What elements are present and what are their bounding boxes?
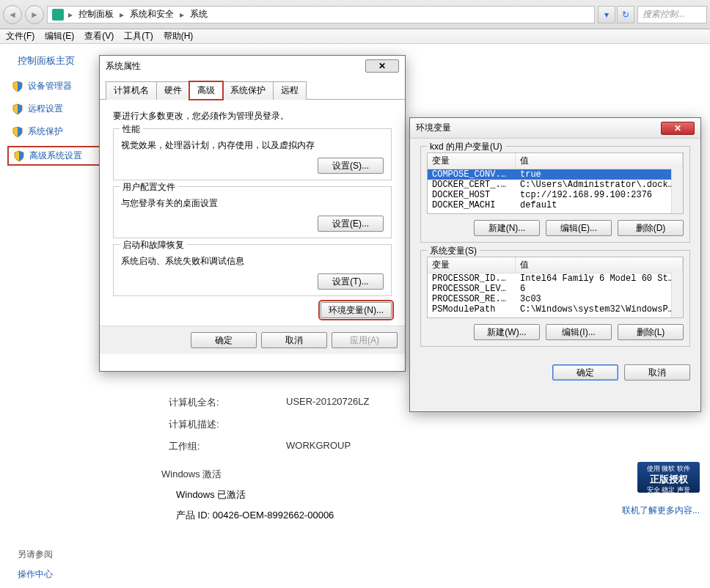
dialog-titlebar[interactable]: 环境变量 ✕ xyxy=(410,118,700,139)
menu-view[interactable]: 查看(V) xyxy=(84,30,114,43)
user-edit-button[interactable]: 编辑(E)... xyxy=(546,220,612,236)
col-value: 值 xyxy=(516,257,683,273)
workgroup-value: WORKGROUP xyxy=(286,440,351,453)
table-row[interactable]: PROCESSOR_RE...3c03 xyxy=(428,294,683,304)
group-desc: 系统启动、系统失败和调试信息 xyxy=(121,255,384,268)
nav-back-button[interactable]: ◄ xyxy=(3,5,22,24)
tab-protection[interactable]: 系统保护 xyxy=(222,81,274,100)
menu-edit[interactable]: 编辑(E) xyxy=(45,30,74,43)
user-new-button[interactable]: 新建(N)... xyxy=(474,220,540,236)
control-panel-icon xyxy=(52,9,64,21)
user-variables-group: kxd 的用户变量(U) 变量 值 COMPOSE_CONV...trueDOC… xyxy=(420,146,690,243)
dialog-buttons: 确定 取消 应用(A) xyxy=(100,326,405,354)
var-value: 3c03 xyxy=(516,294,683,304)
environment-variables-button[interactable]: 环境变量(N)... xyxy=(321,302,392,318)
tab-computer-name[interactable]: 计算机名 xyxy=(106,81,157,100)
var-name: PROCESSOR_LEVEL xyxy=(428,284,516,294)
genuine-bot: 安全 稳定 声誉 xyxy=(639,486,698,495)
tab-bar: 计算机名 硬件 高级 系统保护 远程 xyxy=(100,76,405,100)
performance-group: 性能 视觉效果，处理器计划，内存使用，以及虚拟内存 设置(S)... xyxy=(113,128,392,180)
table-row[interactable]: DOCKER_HOSTtcp://192.168.99.100:2376 xyxy=(428,190,683,200)
var-name: PROCESSOR_ID... xyxy=(428,273,516,284)
menu-bar: 文件(F) 编辑(E) 查看(V) 工具(T) 帮助(H) xyxy=(0,29,710,44)
sidebar-item-label: 系统保护 xyxy=(28,125,63,138)
dialog-title: 环境变量 xyxy=(416,122,451,134)
breadcrumb-item[interactable]: 控制面板 xyxy=(74,8,118,21)
sidebar-item-label: 远程设置 xyxy=(28,103,63,115)
activated-text: Windows 已激活 xyxy=(176,488,688,501)
menu-tools[interactable]: 工具(T) xyxy=(124,30,153,43)
environment-variables-dialog: 环境变量 ✕ kxd 的用户变量(U) 变量 值 COMPOSE_CONV...… xyxy=(409,117,701,412)
table-row[interactable]: PROCESSOR_LEVEL6 xyxy=(428,284,683,294)
system-variables-group: 系统变量(S) 变量 值 PROCESSOR_ID...Intel64 Fami… xyxy=(420,250,690,347)
group-desc: 视觉效果，处理器计划，内存使用，以及虚拟内存 xyxy=(121,139,384,152)
profiles-settings-button[interactable]: 设置(E)... xyxy=(318,216,384,232)
ok-button[interactable]: 确定 xyxy=(552,364,618,381)
breadcrumb[interactable]: ▸ 控制面板 ▸ 系统和安全 ▸ 系统 xyxy=(47,6,595,23)
close-button[interactable]: ✕ xyxy=(365,59,399,73)
table-header: 变量 值 xyxy=(428,257,683,273)
menu-help[interactable]: 帮助(H) xyxy=(164,30,194,43)
performance-settings-button[interactable]: 设置(S)... xyxy=(318,158,384,174)
tab-remote[interactable]: 远程 xyxy=(273,81,307,100)
table-header: 变量 值 xyxy=(428,153,683,169)
nav-forward-button[interactable]: ► xyxy=(25,5,44,24)
chevron-right-icon: ▸ xyxy=(120,10,124,20)
refresh-button[interactable]: ↻ xyxy=(617,6,634,23)
dropdown-button[interactable]: ▾ xyxy=(598,6,615,23)
group-title: 启动和故障恢复 xyxy=(120,239,187,251)
table-row[interactable]: COMPOSE_CONV...true xyxy=(428,169,683,180)
sidebar-item-label: 高级系统设置 xyxy=(29,150,82,162)
var-name: DOCKER_CERT_... xyxy=(428,180,516,190)
table-row[interactable]: PSModulePathC:\Windows\system32\WindowsP… xyxy=(428,304,683,315)
dialog-title: 系统属性 xyxy=(106,60,141,73)
col-variable: 变量 xyxy=(428,153,516,169)
table-row[interactable]: DOCKER_MACHIdefault xyxy=(428,200,683,210)
tab-advanced[interactable]: 高级 xyxy=(189,81,223,100)
shield-icon xyxy=(12,103,23,115)
sys-new-button[interactable]: 新建(W)... xyxy=(474,324,540,340)
tab-hardware[interactable]: 硬件 xyxy=(156,81,190,100)
search-input[interactable]: 搜索控制... xyxy=(637,6,707,23)
menu-file[interactable]: 文件(F) xyxy=(6,30,34,43)
var-value: true xyxy=(516,169,683,180)
system-properties-dialog: 系统属性 ✕ 计算机名 硬件 高级 系统保护 远程 要进行大多数更改，您必须作为… xyxy=(99,55,406,372)
breadcrumb-item[interactable]: 系统和安全 xyxy=(125,8,178,21)
var-name: DOCKER_HOST xyxy=(428,190,516,200)
sidebar-item-label: 设备管理器 xyxy=(28,80,72,92)
scrollbar[interactable] xyxy=(671,272,683,317)
ok-button[interactable]: 确定 xyxy=(191,332,257,348)
cancel-button[interactable]: 取消 xyxy=(624,364,690,381)
var-value: Intel64 Family 6 Model 60 Stepp... xyxy=(516,273,683,284)
breadcrumb-item[interactable]: 系统 xyxy=(186,8,212,21)
fullname-value: USER-20120726LZ xyxy=(286,396,369,409)
description-label: 计算机描述: xyxy=(169,418,257,431)
apply-button[interactable]: 应用(A) xyxy=(332,332,398,348)
var-name: COMPOSE_CONV... xyxy=(428,169,516,180)
scrollbar[interactable] xyxy=(671,168,683,213)
sidebar-footer: 另请参阅 操作中心 xyxy=(7,548,53,581)
system-var-table[interactable]: 变量 值 PROCESSOR_ID...Intel64 Family 6 Mod… xyxy=(427,257,684,318)
table-row[interactable]: PROCESSOR_ID...Intel64 Family 6 Model 60… xyxy=(428,273,683,284)
fullname-label: 计算机全名: xyxy=(169,396,257,409)
user-var-table[interactable]: 变量 值 COMPOSE_CONV...trueDOCKER_CERT_...C… xyxy=(427,152,684,214)
shield-icon xyxy=(12,126,23,138)
close-button[interactable]: ✕ xyxy=(661,122,695,135)
table-row[interactable]: DOCKER_CERT_...C:\Users\Administrator\.d… xyxy=(428,180,683,190)
var-value: C:\Windows\system32\WindowsPowe xyxy=(516,304,683,315)
sys-delete-button[interactable]: 删除(L) xyxy=(618,324,684,340)
startup-settings-button[interactable]: 设置(T)... xyxy=(318,273,384,290)
group-legend: kxd 的用户变量(U) xyxy=(427,141,505,153)
var-name: PROCESSOR_RE... xyxy=(428,294,516,304)
sidebar-footer-title: 另请参阅 xyxy=(18,548,53,561)
var-name: PSModulePath xyxy=(428,304,516,315)
sidebar-footer-link[interactable]: 操作中心 xyxy=(18,568,53,581)
user-delete-button[interactable]: 删除(D) xyxy=(618,220,684,236)
shield-icon xyxy=(13,150,25,162)
chevron-right-icon: ▸ xyxy=(68,10,73,20)
sys-edit-button[interactable]: 编辑(I)... xyxy=(546,324,612,340)
cancel-button[interactable]: 取消 xyxy=(261,332,327,348)
learn-more-link[interactable]: 联机了解更多内容... xyxy=(622,504,700,517)
dialog-titlebar[interactable]: 系统属性 ✕ xyxy=(100,56,405,76)
chevron-right-icon: ▸ xyxy=(180,10,184,20)
